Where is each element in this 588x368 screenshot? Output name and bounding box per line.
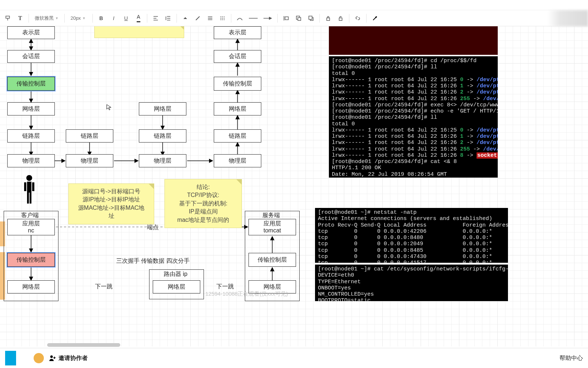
align-objects-button[interactable] <box>281 13 292 24</box>
dashed-style-button[interactable] <box>217 13 228 24</box>
footer-bar: 邀请协作者 帮助中心 <box>0 348 588 368</box>
watermark-text: 12594-10088正在观看(仅xxx可见) <box>205 291 288 297</box>
box-label: 网络层 <box>22 105 40 113</box>
box-physical-left[interactable]: 物理层 <box>7 154 55 167</box>
border-style-button[interactable] <box>205 13 216 24</box>
stroke-color-button[interactable] <box>192 13 203 24</box>
box-presentation-right[interactable]: 表示层 <box>214 26 261 39</box>
box-label: 传输控制层 <box>16 80 46 88</box>
box-datalink-mid[interactable]: 链路层 <box>66 129 113 143</box>
box-transport-left[interactable]: 传输控制层 <box>7 77 55 91</box>
box-session-left[interactable]: 会话层 <box>7 50 55 63</box>
footer-color-box[interactable] <box>5 351 16 365</box>
svg-rect-33 <box>32 182 34 191</box>
svg-rect-2 <box>298 18 301 20</box>
box-datalink-left[interactable]: 链路层 <box>7 129 55 143</box>
box-label: 传输控制层 <box>223 80 252 88</box>
terminal-3[interactable]: [root@node01 ~]# cat /etc/sysconfig/netw… <box>315 265 508 301</box>
chevron-down-icon: ▼ <box>82 16 86 20</box>
next-hop-label-1: 下一跳 <box>95 283 113 291</box>
box-label: 物理层 <box>81 157 98 165</box>
toolbar-blur-region <box>548 10 588 26</box>
text-tool-icon[interactable]: T <box>15 13 26 24</box>
box-label: 会话层 <box>229 53 246 60</box>
svg-point-36 <box>50 356 53 358</box>
send-back-button[interactable] <box>306 13 316 24</box>
box-label: 网络层 <box>22 283 40 291</box>
arrow-line-button[interactable] <box>261 13 274 24</box>
sticky-note-2[interactable]: 结论: TCP/IP协议: 基于下一跳的机制: IP是端点间 mac地址是节点间… <box>164 179 242 228</box>
font-size-select[interactable]: 20px ▼ <box>68 13 90 24</box>
svg-rect-5 <box>327 18 330 20</box>
font-color-button[interactable]: A <box>133 13 144 24</box>
box-network-mid2[interactable]: 网络层 <box>139 102 186 115</box>
box-client-transport[interactable]: 传输控制层 <box>7 253 55 267</box>
help-center-link[interactable]: 帮助中心 <box>559 354 583 362</box>
box-client-network[interactable]: 网络层 <box>7 280 55 293</box>
box-datalink-right[interactable]: 链路层 <box>214 129 261 143</box>
terminal-1[interactable]: [root@node01 /proc/24594/fd]# cd /proc/$… <box>329 56 498 178</box>
box-session-right[interactable]: 会话层 <box>214 50 261 63</box>
format-painter-icon[interactable] <box>2 13 13 24</box>
box-label: 网络层 <box>263 283 281 291</box>
note-line: TCP/IP协议: <box>171 191 235 199</box>
box-network-left[interactable]: 网络层 <box>7 102 55 115</box>
box-label: 网络层 <box>229 105 246 113</box>
box-client-app[interactable]: 应用层 nc <box>7 219 55 235</box>
align-button[interactable] <box>150 13 161 24</box>
box-server-transport[interactable]: 传输控制层 <box>249 253 296 267</box>
box-label: 传输控制层 <box>16 256 46 264</box>
line-button[interactable] <box>247 13 260 24</box>
box-physical-mid2[interactable]: 物理层 <box>139 154 186 167</box>
svg-point-30 <box>26 175 32 181</box>
curve-line-button[interactable] <box>234 13 245 24</box>
italic-button[interactable]: I <box>108 13 119 24</box>
box-label: 链路层 <box>22 132 40 140</box>
box-transport-right[interactable]: 传输控制层 <box>214 77 261 91</box>
svg-rect-4 <box>309 16 312 19</box>
mouse-cursor-icon <box>106 104 112 110</box>
next-hop-label-2: 下一跳 <box>216 283 234 291</box>
box-server-app[interactable]: 应用层 tomcat <box>249 219 296 235</box>
box-network-right[interactable]: 网络层 <box>214 102 261 115</box>
bold-button[interactable]: B <box>96 13 107 24</box>
add-user-icon <box>49 355 56 361</box>
underline-button[interactable]: U <box>121 13 132 24</box>
invite-collaborator-button[interactable]: 邀请协作者 <box>49 354 88 362</box>
scrollbar-thumb[interactable] <box>47 343 120 347</box>
client-title: 客户端 <box>21 212 39 219</box>
note-line: 源IP地址->目标IP地址 <box>75 196 147 204</box>
link-button[interactable] <box>352 13 363 24</box>
horizontal-scrollbar[interactable] <box>12 343 159 347</box>
avatar[interactable] <box>34 353 44 363</box>
box-label: 链路层 <box>229 132 246 140</box>
font-family-select[interactable]: 微软雅黑 ▼ <box>32 13 61 24</box>
box-label: 应用层 <box>263 220 281 227</box>
window-titlebar <box>0 0 588 10</box>
box-physical-right[interactable]: 物理层 <box>214 154 261 167</box>
svg-rect-35 <box>30 193 31 204</box>
sticky-note-1[interactable]: 源端口号->目标端口号 源IP地址->目标IP地址 源MAC地址->目标MAC地… <box>68 183 154 224</box>
box-label: 应用层 <box>22 220 40 227</box>
invite-label: 邀请协作者 <box>58 354 88 362</box>
box-label: nc <box>28 227 34 234</box>
fill-color-button[interactable] <box>180 13 191 24</box>
svg-rect-6 <box>339 18 342 20</box>
sticky-note-top[interactable] <box>94 26 184 38</box>
font-size-label: 20px <box>71 15 81 21</box>
magic-button[interactable] <box>369 13 380 24</box>
diagram-canvas[interactable]: 表示层 会话层 传输控制层 网络层 链路层 物理层 链路层 物理层 网络层 链路… <box>0 26 588 346</box>
box-router-network[interactable]: 网络层 <box>153 280 200 293</box>
box-datalink-mid2[interactable]: 链路层 <box>139 129 186 143</box>
unlock-button[interactable] <box>335 13 346 24</box>
toolbar: T 微软雅黑 ▼ 20px ▼ B I U A <box>0 10 588 26</box>
box-presentation-left[interactable]: 表示层 <box>7 26 55 39</box>
bring-front-button[interactable] <box>293 13 304 24</box>
box-label: 表示层 <box>229 29 246 37</box>
box-physical-mid[interactable]: 物理层 <box>66 154 113 167</box>
lock-button[interactable] <box>323 13 334 24</box>
svg-rect-34 <box>27 193 29 204</box>
terminal-2[interactable]: [root@node01 ~]# netstat -natp Active In… <box>315 208 508 263</box>
box-label: 会话层 <box>22 53 40 60</box>
line-height-button[interactable] <box>163 13 174 24</box>
